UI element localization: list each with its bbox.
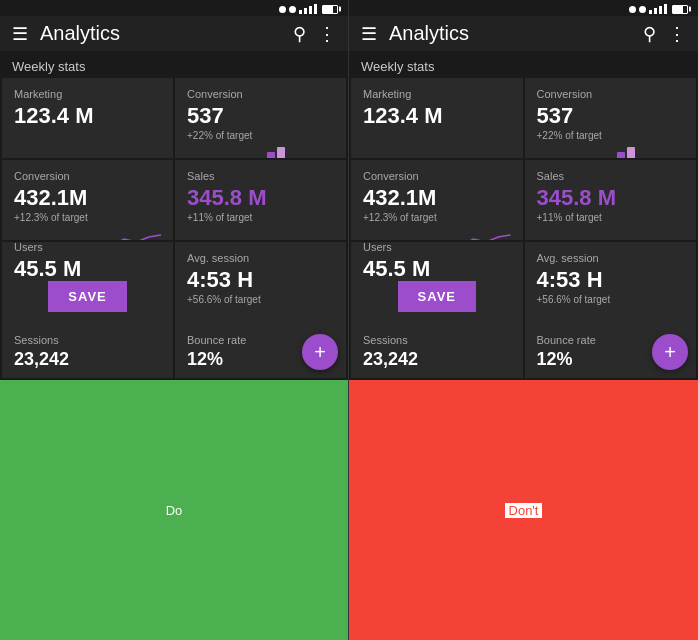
avg-session-card-right: Avg. session 4:53 H +56.6% of target	[525, 242, 697, 326]
save-button-right[interactable]: SAVE	[398, 281, 476, 312]
sparkline-left	[14, 227, 161, 240]
more-icon-right[interactable]: ⋮	[668, 23, 686, 45]
fab-button-left[interactable]: +	[302, 334, 338, 370]
more-icon-left[interactable]: ⋮	[318, 23, 336, 45]
sales-value-left: 345.8 M	[187, 186, 334, 210]
bar-8	[267, 152, 275, 158]
users-value-left: 45.5 M	[14, 257, 161, 281]
status-icons-left	[279, 4, 338, 14]
bar-8	[617, 152, 625, 158]
conversion-top-label-left: Conversion	[187, 88, 334, 100]
conversion-top-subtitle-left: +22% of target	[187, 130, 334, 141]
users-card-left: Users 45.5 M SAVE	[2, 242, 173, 326]
app-bar-left: ☰ Analytics ⚲ ⋮	[0, 16, 348, 51]
signal-bar-1-right	[649, 10, 652, 14]
bottom-row-right: Sessions 23,242 Bounce rate 12% +	[349, 326, 698, 380]
conversion-main-card-right: Conversion 432.1M +12.3% of target	[351, 160, 523, 240]
weekly-stats-label-right: Weekly stats	[349, 51, 698, 78]
sparkline-right	[363, 227, 511, 240]
status-bar-right	[349, 0, 698, 16]
conversion-main-value-left: 432.1M	[14, 186, 161, 210]
signal-bars-right	[649, 4, 667, 14]
battery-fill	[323, 6, 333, 13]
bar-9	[627, 147, 635, 158]
search-icon-right[interactable]: ⚲	[643, 23, 656, 45]
users-label-left: Users	[14, 242, 161, 253]
bottom-row-left: Sessions 23,242 Bounce rate 12% +	[0, 326, 348, 380]
battery-icon-right	[672, 5, 688, 14]
marketing-value-left: 123.4 M	[14, 104, 161, 128]
bar-chart-left	[187, 145, 334, 158]
conversion-main-subtitle-right: +12.3% of target	[363, 212, 511, 223]
signal-bar-4	[314, 4, 317, 14]
conversion-top-value-right: 537	[537, 104, 685, 128]
conversion-main-card-left: Conversion 432.1M +12.3% of target	[2, 160, 173, 240]
do-label-text: Do	[166, 503, 183, 518]
users-label-right: Users	[363, 242, 511, 253]
sparkline-svg-left	[14, 227, 161, 240]
left-panel: ☰ Analytics ⚲ ⋮ Weekly stats Marketing 1…	[0, 0, 349, 640]
conversion-top-value-left: 537	[187, 104, 334, 128]
signal-dot-2-right	[639, 6, 646, 13]
sales-label-left: Sales	[187, 170, 334, 182]
sessions-value-left: 23,242	[14, 350, 161, 370]
users-card-right: Users 45.5 M SAVE	[351, 242, 523, 326]
conversion-main-label-right: Conversion	[363, 170, 511, 182]
sales-card-right: Sales 345.8 M +11% of target	[525, 160, 697, 240]
sales-subtitle-left: +11% of target	[187, 212, 334, 223]
conversion-top-label-right: Conversion	[537, 88, 685, 100]
conversion-top-card-right: Conversion 537 +22% of target	[525, 78, 697, 158]
sales-value-right: 345.8 M	[537, 186, 685, 210]
search-icon-left[interactable]: ⚲	[293, 23, 306, 45]
menu-icon-left[interactable]: ☰	[12, 23, 28, 45]
signal-bar-1	[299, 10, 302, 14]
right-panel: ☰ Analytics ⚲ ⋮ Weekly stats Marketing 1…	[349, 0, 698, 640]
stats-grid-right: Marketing 123.4 M Conversion 537 +22% of…	[349, 78, 698, 326]
dont-label-section: Don't	[349, 380, 698, 640]
conversion-main-subtitle-left: +12.3% of target	[14, 212, 161, 223]
menu-icon-right[interactable]: ☰	[361, 23, 377, 45]
signal-bar-3-right	[659, 6, 662, 14]
bounce-rate-card-right: Bounce rate 12% +	[525, 326, 697, 378]
sessions-value-right: 23,242	[363, 350, 511, 370]
weekly-stats-label-left: Weekly stats	[0, 51, 348, 78]
app-bar-right: ☰ Analytics ⚲ ⋮	[349, 16, 698, 51]
marketing-label-right: Marketing	[363, 88, 511, 100]
do-label-section: Do	[0, 380, 348, 640]
avg-session-value-left: 4:53 H	[187, 268, 334, 292]
save-button-left[interactable]: SAVE	[48, 281, 126, 312]
avg-session-subtitle-right: +56.6% of target	[537, 294, 685, 305]
status-bar-left	[0, 0, 348, 16]
signal-dot-1-right	[629, 6, 636, 13]
sparkline-svg-right	[363, 227, 511, 240]
avg-session-value-right: 4:53 H	[537, 268, 685, 292]
marketing-label-left: Marketing	[14, 88, 161, 100]
battery-fill-right	[673, 6, 683, 13]
conversion-top-subtitle-right: +22% of target	[537, 130, 685, 141]
bar-chart-right	[537, 145, 685, 158]
signal-dot-2	[289, 6, 296, 13]
sessions-card-left: Sessions 23,242	[2, 326, 173, 378]
signal-bar-4-right	[664, 4, 667, 14]
marketing-card-left: Marketing 123.4 M	[2, 78, 173, 158]
bar-9	[277, 147, 285, 158]
sessions-card-right: Sessions 23,242	[351, 326, 523, 378]
signal-bar-3	[309, 6, 312, 14]
status-icons-right	[629, 4, 688, 14]
conversion-main-value-right: 432.1M	[363, 186, 511, 210]
avg-session-card-left: Avg. session 4:53 H +56.6% of target	[175, 242, 346, 326]
sessions-label-right: Sessions	[363, 334, 511, 346]
conversion-top-card-left: Conversion 537 +22% of target	[175, 78, 346, 158]
stats-grid-left: Marketing 123.4 M Conversion 537 +22% of…	[0, 78, 348, 326]
avg-session-subtitle-left: +56.6% of target	[187, 294, 334, 305]
marketing-card-right: Marketing 123.4 M	[351, 78, 523, 158]
fab-button-right[interactable]: +	[652, 334, 688, 370]
sales-subtitle-right: +11% of target	[537, 212, 685, 223]
battery-icon	[322, 5, 338, 14]
avg-session-label-left: Avg. session	[187, 252, 334, 264]
bounce-rate-card-left: Bounce rate 12% +	[175, 326, 346, 378]
signal-bars	[299, 4, 317, 14]
signal-dot-1	[279, 6, 286, 13]
conversion-main-label-left: Conversion	[14, 170, 161, 182]
sessions-label-left: Sessions	[14, 334, 161, 346]
